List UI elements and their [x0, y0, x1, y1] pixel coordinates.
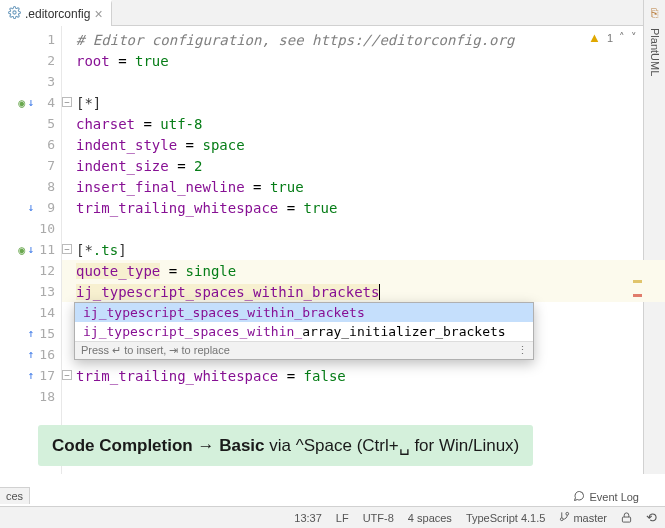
editor-area: 123◉↓45678↓910◉↓11121314↑15↑16↑1718 −−− …: [0, 26, 665, 474]
editor-tab[interactable]: .editorconfig ×: [0, 0, 112, 26]
code-line[interactable]: trim_trailing_whitespace = true: [62, 197, 665, 218]
gutter-line[interactable]: 6: [0, 134, 61, 155]
code-token: [*: [76, 242, 93, 258]
code-line[interactable]: trim_trailing_whitespace = false: [62, 365, 665, 386]
code-line[interactable]: insert_final_newline = true: [62, 176, 665, 197]
gutter-line[interactable]: ↑17: [0, 365, 61, 386]
gutter-line[interactable]: 5: [0, 113, 61, 134]
line-number: 17: [37, 368, 55, 383]
gutter-line[interactable]: 10: [0, 218, 61, 239]
code-token: trim_trailing_whitespace: [76, 200, 278, 216]
code-token: quote_type: [76, 263, 160, 279]
gutter-line[interactable]: ↓9: [0, 197, 61, 218]
completion-item[interactable]: ij_typescript_spaces_within_brackets: [75, 303, 533, 322]
status-encoding[interactable]: UTF-8: [363, 512, 394, 524]
line-number: 18: [37, 389, 55, 404]
event-log-button[interactable]: Event Log: [573, 490, 639, 504]
code-line[interactable]: [62, 218, 665, 239]
fold-toggle[interactable]: −: [62, 97, 72, 107]
line-number: 11: [37, 242, 55, 257]
code-token: single: [186, 263, 237, 279]
code-token: indent_size: [76, 158, 169, 174]
code-line[interactable]: charset = utf-8: [62, 113, 665, 134]
event-log-label: Event Log: [589, 491, 639, 503]
code-line[interactable]: ij_typescript_spaces_within_brackets: [62, 281, 665, 302]
chevron-down-icon[interactable]: ˅: [631, 31, 637, 44]
lock-icon[interactable]: [621, 512, 632, 523]
line-number: 16: [37, 347, 55, 362]
gutter-line[interactable]: 2: [0, 50, 61, 71]
status-branch[interactable]: master: [559, 511, 607, 524]
branch-icon: [559, 511, 570, 524]
bottom-left-tool[interactable]: ces: [0, 487, 30, 504]
completion-item[interactable]: ij_typescript_spaces_within_array_initia…: [75, 322, 533, 341]
eye-icon[interactable]: ◉: [18, 243, 25, 257]
gutter-line[interactable]: ◉↓11: [0, 239, 61, 260]
code-line[interactable]: [62, 71, 665, 92]
line-number: 9: [37, 200, 55, 215]
override-up-icon[interactable]: ↑: [27, 327, 34, 340]
code-token[interactable]: https://editorconfig.org: [312, 32, 514, 48]
code-token: true: [135, 53, 169, 69]
gutter-line[interactable]: 3: [0, 71, 61, 92]
status-indent[interactable]: 4 spaces: [408, 512, 452, 524]
gutter-line[interactable]: 7: [0, 155, 61, 176]
code-token: ]: [118, 242, 126, 258]
code-token: trim_trailing_whitespace: [76, 368, 278, 384]
override-down-icon[interactable]: ↓: [27, 201, 34, 214]
chevron-up-icon[interactable]: ˄: [619, 31, 625, 44]
code-line[interactable]: quote_type = single: [62, 260, 665, 281]
override-down-icon[interactable]: ↓: [27, 243, 34, 256]
code-token: space: [202, 137, 244, 153]
close-icon[interactable]: ×: [94, 7, 102, 21]
stripe-error-marker[interactable]: [633, 294, 642, 297]
code-token: false: [304, 368, 346, 384]
warning-count: 1: [607, 32, 613, 44]
code-line[interactable]: [*.ts]: [62, 239, 665, 260]
line-number: 13: [37, 284, 55, 299]
gutter-line[interactable]: 14: [0, 302, 61, 323]
plantuml-icon[interactable]: ⎘: [651, 6, 658, 20]
completion-match: ij_typescript_spaces_within_: [83, 324, 302, 339]
gutter-line[interactable]: 8: [0, 176, 61, 197]
eye-icon[interactable]: ◉: [18, 96, 25, 110]
status-position[interactable]: 13:37: [294, 512, 322, 524]
code-line[interactable]: # Editor configuration, see https://edit…: [62, 29, 665, 50]
gutter-line[interactable]: 1: [0, 29, 61, 50]
inspection-indicators[interactable]: ▲ 1 ˄ ˅: [588, 30, 637, 45]
status-line-ending[interactable]: LF: [336, 512, 349, 524]
stripe-warning-marker[interactable]: [633, 280, 642, 283]
code-content[interactable]: −−− # Editor configuration, see https://…: [62, 26, 665, 474]
fold-toggle[interactable]: −: [62, 244, 72, 254]
fold-toggle[interactable]: −: [62, 370, 72, 380]
line-number: 10: [37, 221, 55, 236]
gutter-line[interactable]: ↑15: [0, 323, 61, 344]
gutter-line[interactable]: 18: [0, 386, 61, 407]
status-language[interactable]: TypeScript 4.1.5: [466, 512, 546, 524]
more-icon[interactable]: ⋮: [517, 344, 527, 357]
override-up-icon[interactable]: ↑: [27, 369, 34, 382]
status-bar: 13:37 LF UTF-8 4 spaces TypeScript 4.1.5…: [0, 506, 665, 528]
code-line[interactable]: [*]: [62, 92, 665, 113]
error-stripe[interactable]: [631, 26, 643, 474]
override-up-icon[interactable]: ↑: [27, 348, 34, 361]
completion-hint: Press ↵ to insert, ⇥ to replace: [81, 344, 230, 357]
override-down-icon[interactable]: ↓: [27, 96, 34, 109]
sync-icon[interactable]: ⟲: [646, 510, 657, 525]
code-line[interactable]: [62, 386, 665, 407]
code-token: =: [278, 200, 303, 216]
code-token: 2: [194, 158, 202, 174]
code-line[interactable]: indent_style = space: [62, 134, 665, 155]
gutter-line[interactable]: 12: [0, 260, 61, 281]
code-line[interactable]: root = true: [62, 50, 665, 71]
line-number: 1: [37, 32, 55, 47]
code-token: indent_style: [76, 137, 177, 153]
line-number: 8: [37, 179, 55, 194]
gutter-line[interactable]: ↑16: [0, 344, 61, 365]
gutter[interactable]: 123◉↓45678↓910◉↓11121314↑15↑16↑1718: [0, 26, 62, 474]
code-token: =: [135, 116, 160, 132]
line-number: 6: [37, 137, 55, 152]
gutter-line[interactable]: 13: [0, 281, 61, 302]
gutter-line[interactable]: ◉↓4: [0, 92, 61, 113]
code-line[interactable]: indent_size = 2: [62, 155, 665, 176]
